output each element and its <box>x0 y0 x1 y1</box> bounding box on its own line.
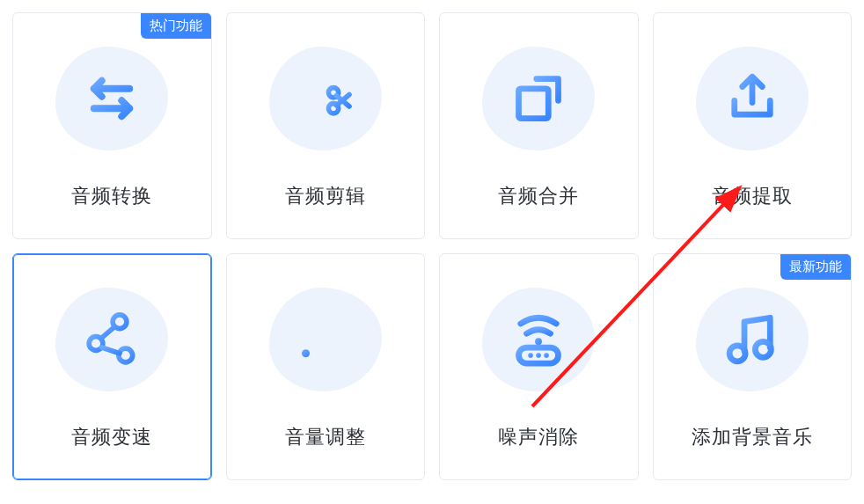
svg-point-25 <box>755 341 771 357</box>
badge-hot: 热门功能 <box>141 13 211 39</box>
svg-line-13 <box>102 347 120 354</box>
scissors-list-icon <box>269 42 382 155</box>
card-add-bgm[interactable]: 最新功能 添加背景音乐 <box>653 253 853 480</box>
copy-square-icon <box>482 42 595 155</box>
music-note-icon <box>696 283 809 396</box>
card-label: 音频提取 <box>712 183 793 209</box>
wifi-device-icon <box>482 283 595 396</box>
svg-point-24 <box>729 346 745 362</box>
card-label: 音频剪辑 <box>285 183 366 209</box>
card-label: 音频变速 <box>71 424 152 450</box>
card-audio-edit[interactable]: 音频剪辑 <box>226 12 426 239</box>
feature-grid: 热门功能 音频转换 <box>12 12 852 480</box>
svg-point-21 <box>528 353 533 358</box>
card-label: 音量调整 <box>285 424 366 450</box>
card-label: 音频转换 <box>71 183 152 209</box>
svg-rect-7 <box>519 89 549 119</box>
card-volume-adjust[interactable]: 音量调整 <box>226 253 426 480</box>
card-audio-extract[interactable]: 音频提取 <box>653 12 853 239</box>
svg-point-19 <box>535 338 542 345</box>
card-noise-remove[interactable]: 噪声消除 <box>439 253 639 480</box>
svg-point-14 <box>302 349 310 357</box>
card-audio-speed[interactable]: 音频变速 <box>12 253 212 480</box>
share-nodes-icon <box>55 283 168 396</box>
svg-point-23 <box>544 353 549 358</box>
bars-signal-icon <box>269 283 382 396</box>
card-audio-convert[interactable]: 热门功能 音频转换 <box>12 12 212 239</box>
arrows-swap-icon <box>55 42 168 155</box>
badge-new: 最新功能 <box>780 254 851 280</box>
card-label: 噪声消除 <box>498 424 579 450</box>
upload-icon <box>696 42 809 155</box>
svg-point-22 <box>536 353 541 358</box>
svg-line-12 <box>101 326 115 339</box>
card-label: 音频合并 <box>498 183 579 209</box>
card-label: 添加背景音乐 <box>692 424 813 450</box>
card-audio-merge[interactable]: 音频合并 <box>439 12 639 239</box>
